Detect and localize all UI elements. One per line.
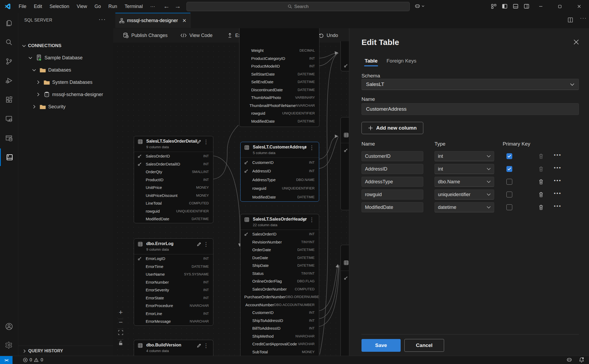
edit-table-icon[interactable] [197,242,201,246]
table-column-row[interactable]: DueDate DATETIME [241,254,319,262]
table-column-row[interactable]: UnitPrice MONEY [134,184,213,192]
tab-foreign-keys[interactable]: Foreign Keys [387,58,416,64]
menu-item[interactable]: File [15,0,30,13]
table-column-row[interactable]: ThumbNailPhoto VARBINARY [239,94,319,102]
table-column-row[interactable]: BillToAddressID INT [241,324,319,332]
toggle-secondary-sidebar-icon[interactable] [524,3,529,9]
table-column-row[interactable]: rowguid UNIQUEIDENTIFIER [134,207,213,215]
settings-gear-icon[interactable] [0,336,18,354]
menu-item[interactable]: Edit [30,0,46,13]
explorer-icon[interactable] [0,14,18,32]
table-column-row[interactable]: rowguid UNIQUEIDENTIFIER [241,184,319,193]
table-column-row[interactable]: AddressID INT [241,167,319,176]
column-more-icon[interactable]: ••• [554,152,562,158]
save-button[interactable]: Save [361,339,401,352]
table-column-row[interactable]: SalesOrderNumber COMPUTED [241,285,319,293]
edit-table-icon[interactable] [303,145,307,150]
delete-column-icon[interactable] [538,166,544,172]
table-card-customeraddress[interactable]: SalesLT.CustomerAddress 5 column data ⋮ … [240,142,319,202]
tab-table[interactable]: Table [365,58,377,64]
table-column-row[interactable]: SubTotal MONEY [241,348,319,356]
sidebar-more-actions-icon[interactable]: ··· [99,16,106,23]
edit-table-icon[interactable] [197,139,201,144]
table-column-row[interactable]: ShipMethod NVARCHAR [241,332,319,340]
tree-section-connections[interactable]: CONNECTIONS [18,40,113,52]
table-column-row[interactable]: ErrorSeverity INT [134,286,213,294]
table-column-row[interactable]: ErrorProcedure NVARCHAR [134,302,213,310]
copilot-menu[interactable] [415,3,424,9]
delete-column-icon[interactable] [538,192,544,197]
menu-item[interactable]: Go [91,0,105,13]
table-column-row[interactable]: ProductModelID INT [239,62,319,70]
table-card-buildversion[interactable]: dbo.BuildVersion 4 column data ⋮ [134,340,213,356]
menu-more-item[interactable]: ··· [147,0,159,13]
table-column-row[interactable]: OrderQty SMALLINT [134,168,213,176]
column-more-icon[interactable]: ••• [554,165,562,171]
column-type-dropdown[interactable]: int [434,151,494,161]
table-column-row[interactable]: SalesOrderID INT [241,230,319,238]
tree-item[interactable]: mssql-schema-designer [18,88,113,101]
toggle-primary-sidebar-icon[interactable] [502,3,507,9]
table-column-row[interactable]: Status TINYINT [241,270,319,278]
table-card-header[interactable]: SalesLT.SalesOrderDetail 9 column data ⋮ [134,136,213,152]
sql-database-icon[interactable] [0,129,18,147]
table-column-row[interactable]: UserName SYS.SYSNAME [134,270,213,278]
extensions-icon[interactable] [0,91,18,109]
table-column-row[interactable]: ModifiedDate DATETIME [239,117,319,125]
schema-dropdown[interactable]: SalesLT [361,79,579,90]
column-type-dropdown[interactable]: datetime [434,202,494,212]
zoom-out-icon[interactable]: − [117,318,124,326]
table-column-row[interactable]: DiscontinuedDate DATETIME [239,86,319,94]
table-card-salesorderdetail[interactable]: SalesLT.SalesOrderDetail 9 column data ⋮… [134,136,213,223]
menu-item[interactable]: View [73,0,91,13]
schema-designer-canvas[interactable]: Publish Changes View Code Export Add Tab… [113,28,349,356]
column-name-input[interactable]: AddressID [361,164,423,174]
forward-arrow-icon[interactable]: → [173,2,182,10]
publish-changes-button[interactable]: Publish Changes [123,28,168,43]
schema-designer-icon[interactable] [0,148,19,166]
column-name-input[interactable]: AddressType [361,177,423,187]
table-column-row[interactable]: AddressType DBO.NAME [241,175,319,184]
primary-key-checkbox[interactable] [506,179,512,185]
table-column-row[interactable]: UnitPriceDiscount MONEY [134,192,213,200]
table-column-row[interactable]: OrderDate DATETIME [241,246,319,254]
split-editor-icon[interactable] [567,17,573,23]
table-column-row[interactable]: ThumbnailPhotoFileName NVARCHAR [239,102,319,110]
table-more-icon[interactable]: ⋮ [309,144,315,151]
table-column-row[interactable]: ModifiedDate DATETIME [134,215,213,223]
column-name-input[interactable]: ModifiedDate [361,202,423,212]
table-card-partial-right[interactable] [340,41,349,71]
tree-item[interactable]: System Databases [18,76,113,88]
table-column-row[interactable]: ErrorTime DATETIME [134,263,213,271]
table-column-row[interactable]: ErrorLine INT [134,310,213,318]
table-more-icon[interactable]: ⋮ [203,342,209,349]
table-column-row[interactable]: SellStartDate DATETIME [239,70,319,78]
table-more-icon[interactable]: ⋮ [309,217,315,223]
cancel-button[interactable]: Cancel [404,339,444,352]
menu-item[interactable]: Run [105,0,121,13]
notifications-bell-icon[interactable] [579,357,584,363]
delete-column-icon[interactable] [538,153,544,159]
table-column-row[interactable]: ProductCategoryID INT [239,55,319,63]
column-name-input[interactable]: rowguid [361,189,423,200]
customize-layout-icon[interactable] [491,3,497,9]
table-card-header[interactable]: dbo.ErrorLog 9 column data ⋮ [134,239,213,254]
table-column-row[interactable]: ErrorNumber INT [134,278,213,286]
edit-table-icon[interactable] [303,217,307,222]
column-name-input[interactable]: CustomerID [361,151,423,161]
remote-indicator[interactable]: >< [0,356,13,364]
close-window-button[interactable] [570,0,588,13]
table-name-input[interactable]: CustomerAddress [361,103,579,115]
table-column-row[interactable]: LineTotal COMPUTED [134,199,213,207]
table-column-row[interactable]: ShipToAddressID INT [241,317,319,325]
table-column-row[interactable]: SalesOrderID INT [134,152,213,160]
maximize-button[interactable] [551,0,569,13]
table-card-salesorderheader[interactable]: SalesLT.SalesOrderHeader 22 column data … [240,214,319,356]
remote-explorer-icon[interactable] [0,110,18,128]
toggle-panel-icon[interactable] [513,3,518,9]
table-column-row[interactable]: SalesOrderDetailID INT [134,160,213,168]
table-more-icon[interactable]: ⋮ [203,139,209,145]
table-column-row[interactable]: OnlineOrderFlag DBO.FLAG [241,277,319,285]
problems-status[interactable]: 0 0 [23,356,43,364]
table-more-icon[interactable]: ⋮ [203,241,209,247]
